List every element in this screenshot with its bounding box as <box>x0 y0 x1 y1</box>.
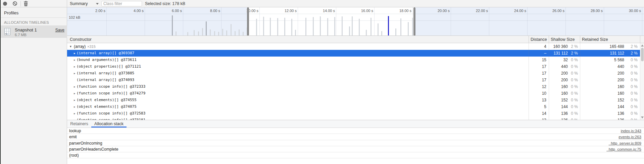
constructor-name: (bound arguments)[] @373611 <box>77 57 137 63</box>
stack-frame-source-link[interactable]: events.js:263 <box>618 134 641 140</box>
column-header-shallow-size[interactable]: Shallow Size <box>551 36 575 43</box>
scroll-down-arrow-icon[interactable] <box>641 116 644 118</box>
collapsed-arrow-icon[interactable]: ▸ <box>74 83 76 90</box>
column-header-retained-size[interactable]: Retained Size <box>582 36 608 43</box>
allocation-bar <box>412 18 413 35</box>
shallow-size-percent: 0 % <box>568 83 578 90</box>
collapsed-arrow-icon[interactable]: ▸ <box>74 50 76 57</box>
constructor-name: (array) <box>74 43 86 50</box>
allocation-bar <box>270 18 271 35</box>
stack-frame-function: parserOnIncoming <box>69 140 102 146</box>
allocation-bar <box>194 30 195 35</box>
column-divider[interactable] <box>580 36 580 43</box>
table-row[interactable]: ▸(internal array)[] @369387–131 1122 %13… <box>67 50 640 57</box>
distance-value: 5 <box>531 103 546 110</box>
timeline-gridline <box>374 7 375 36</box>
allocation-timeline-overview[interactable]: 102 kB 2.00 s4.00 s6.00 s8.00 s10.00 s12… <box>67 7 644 36</box>
shallow-size-value: 160 360 <box>550 43 568 50</box>
distance-value: 17 <box>531 77 546 83</box>
heap-grid-header: Constructor Distance Shallow Size Retain… <box>67 36 644 43</box>
expanded-arrow-icon[interactable]: ▾ <box>70 43 71 50</box>
constructor-name: (function scope info)[] @372583 <box>77 110 145 117</box>
tab-retainers[interactable]: Retainers <box>67 120 91 128</box>
allocation-bar <box>214 31 215 35</box>
clear-all-icon[interactable] <box>13 1 17 6</box>
allocation-bar <box>210 29 211 35</box>
selection-handle-right[interactable] <box>413 7 415 36</box>
body-column-divider <box>549 43 549 120</box>
table-row[interactable]: ▸(object elements)[] @37407551440 %1440 … <box>67 103 640 110</box>
allocation-bar <box>395 28 396 35</box>
allocation-bar <box>202 28 203 35</box>
allocation-bar <box>284 18 285 35</box>
stack-frame-source-link[interactable]: _http_server.js:809 <box>609 140 641 146</box>
selection-handle-left[interactable] <box>247 7 249 36</box>
allocation-bar <box>206 21 207 35</box>
collapsed-arrow-icon[interactable]: ▸ <box>74 97 76 103</box>
profiles-toolbar <box>0 0 67 7</box>
retained-size-value: 136 <box>591 117 624 120</box>
allocation-bar <box>320 16 321 35</box>
column-divider <box>640 36 640 43</box>
allocation-bar <box>370 18 371 35</box>
allocation-bar <box>400 18 401 35</box>
retained-size-percent: 0 % <box>625 103 638 110</box>
table-row[interactable]: ▾(array)×3154160 3602 %165 4882 % <box>67 43 640 50</box>
allocation-bar <box>352 16 353 35</box>
collapsed-arrow-icon[interactable]: ▸ <box>74 90 76 97</box>
stack-frame-row[interactable]: parserOnIncoming_http_server.js:809 <box>67 140 644 146</box>
retained-size-value: 152 <box>591 97 624 103</box>
stack-frame-row[interactable]: (root) <box>67 152 644 158</box>
column-header-distance[interactable]: Distance <box>531 36 547 43</box>
collapsed-arrow-icon[interactable]: ▸ <box>74 117 76 120</box>
stack-frame-source-link[interactable]: index.js:343 <box>621 128 641 134</box>
table-row[interactable]: ▸(object properties)[] @371121174400 %44… <box>67 63 640 70</box>
allocation-bar <box>239 29 240 35</box>
snapshot-name: Snapshot 1 <box>15 27 37 32</box>
table-row[interactable]: ▸(function scope info)[] @372333121600 %… <box>67 83 640 90</box>
stack-frame-function: (root) <box>69 152 79 158</box>
table-row[interactable]: ▸(internal array)[] @373885172000 %2000 … <box>67 70 640 77</box>
stack-frame-source-link[interactable]: _http_common.js:75 <box>606 146 641 152</box>
table-row[interactable]: ▸(function scope info)[] @372583141360 %… <box>67 110 640 117</box>
stack-frame-row[interactable]: parserOnHeadersComplete_http_common.js:7… <box>67 146 644 152</box>
collapsed-arrow-icon[interactable]: ▸ <box>74 70 76 77</box>
timeline-gridline <box>604 7 604 36</box>
collapsed-arrow-icon[interactable]: ▸ <box>74 63 76 70</box>
trash-icon[interactable] <box>23 1 28 6</box>
collapsed-arrow-icon[interactable]: ▸ <box>74 103 76 110</box>
retained-size-value: 5 568 <box>591 57 624 63</box>
record-icon[interactable] <box>3 2 7 6</box>
column-divider[interactable] <box>549 36 549 43</box>
collapsed-arrow-icon[interactable]: ▸ <box>74 110 76 117</box>
stack-frame-row[interactable]: lookupindex.js:343 <box>67 128 644 134</box>
table-row[interactable]: ▸(function scope info)[] @374279101600 %… <box>67 90 640 97</box>
snapshot-save-link[interactable]: Save <box>55 28 64 32</box>
column-divider[interactable] <box>529 36 529 43</box>
scroll-up-arrow-icon[interactable] <box>641 45 644 47</box>
vertical-scrollbar[interactable] <box>640 43 644 120</box>
scale-gridline <box>67 20 644 21</box>
profiles-header: Profiles <box>4 10 61 16</box>
table-row[interactable]: ▸(bound arguments)[] @37361115320 %5 568… <box>67 57 640 63</box>
table-row[interactable]: ▸(function scope info)[] @373181131360 %… <box>67 117 640 120</box>
retained-size-value: 200 <box>591 70 624 77</box>
timeline-tick-label: 28.00 s <box>577 8 603 13</box>
table-row[interactable]: (internal array)[] @374093172000 %2000 % <box>67 77 640 83</box>
scrollbar-thumb[interactable] <box>641 48 644 61</box>
snapshot-list-item[interactable]: % Snapshot 1 6.7 MB Save <box>0 25 67 38</box>
column-header-constructor[interactable]: Constructor <box>70 36 92 43</box>
distance-value: 13 <box>531 97 546 103</box>
heap-grid-body: ▾(array)×3154160 3602 %165 4882 %▸(inter… <box>67 43 644 120</box>
stack-frame-row[interactable]: emitevents.js:263 <box>67 134 644 140</box>
distance-value: – <box>531 50 546 57</box>
timeline-tick-label: 2.00 s <box>80 8 105 13</box>
table-row[interactable]: ▸(object elements)[] @374555131520 %1520… <box>67 97 640 103</box>
heap-profiler-main: Summary Selected size: 178 kB 102 kB 2.0… <box>67 0 644 164</box>
collapsed-arrow-icon[interactable]: ▸ <box>74 57 76 63</box>
retained-size-percent: 2 % <box>625 43 638 50</box>
allocation-bar <box>381 31 382 35</box>
retained-size-percent: 0 % <box>625 57 638 63</box>
timeline-gridline <box>106 7 107 36</box>
class-filter-input[interactable] <box>101 1 142 6</box>
